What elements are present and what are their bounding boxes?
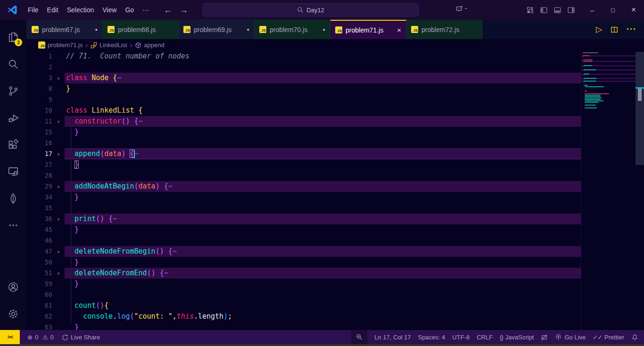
code-line-17[interactable]: 17› append(data) {⋯ (26, 148, 581, 159)
language-mode-button[interactable]: {}JavaScript (500, 334, 534, 341)
activity-run-debug[interactable] (0, 104, 26, 131)
code-line-63[interactable]: 63 } (26, 322, 581, 330)
fold-chevron-icon[interactable]: › (52, 116, 65, 127)
toggle-sidebar-icon[interactable] (540, 6, 548, 14)
activity-extensions[interactable] (0, 131, 26, 158)
fold-chevron-icon[interactable]: › (52, 214, 65, 224)
live-share-button[interactable]: Live Share (61, 334, 100, 341)
zoom-status-button[interactable] (351, 330, 367, 344)
tab-problem68-js[interactable]: JSproblem68.js (103, 20, 179, 39)
tab-problem70-js[interactable]: JSproblem70.js● (255, 20, 330, 39)
code-line-10[interactable]: 10class LinkedList { (26, 105, 581, 116)
minimap[interactable] (581, 51, 636, 330)
code-line-9[interactable]: 9 (26, 94, 581, 105)
toggle-panel-icon[interactable] (553, 6, 561, 14)
code-line-16[interactable]: 16 (26, 138, 581, 148)
indentation-button[interactable]: Spaces: 4 (418, 334, 445, 341)
activity-remote-explorer[interactable] (0, 158, 26, 185)
modified-dot-icon[interactable]: ● (247, 27, 249, 32)
menu-go[interactable]: Go (121, 4, 138, 16)
menu-more[interactable]: ··· (138, 4, 153, 16)
eol-button[interactable]: CRLF (477, 334, 493, 341)
activity-source-control[interactable] (0, 77, 26, 104)
code-line-61[interactable]: 61 count(){ (26, 300, 581, 311)
code-line-27[interactable]: 27 } (26, 159, 581, 170)
code-line-8[interactable]: 8} (26, 83, 581, 94)
tab-problem67-js[interactable]: JSproblem67.js● (27, 20, 103, 39)
code-line-1[interactable]: 1// 71. Count number of nodes (26, 51, 581, 62)
prettier-button[interactable]: ✓✓Prettier (593, 334, 624, 341)
tab-problem72-js[interactable]: JSproblem72.js (406, 20, 482, 39)
overview-ruler-handle[interactable] (638, 89, 642, 101)
code-line-50[interactable]: 50 } (26, 257, 581, 268)
history-back-button[interactable]: ← (164, 5, 172, 15)
command-center-search[interactable]: Day12 (203, 3, 419, 16)
history-forward-button[interactable]: → (180, 5, 188, 15)
line-number: 63 (26, 322, 52, 330)
activity-account[interactable] (0, 273, 26, 300)
code-line-62[interactable]: 62 console.log("count: ",this.length); (26, 311, 581, 322)
copilot-menu[interactable]: › (455, 4, 467, 13)
run-button[interactable]: ▷ (596, 25, 602, 34)
code-line-60[interactable]: 60 (26, 289, 581, 300)
menu-file[interactable]: File (24, 4, 43, 16)
fold-chevron-icon[interactable]: › (52, 181, 65, 192)
breadcrumb-item[interactable]: append (135, 41, 164, 49)
code-line-28[interactable]: 28 (26, 170, 581, 181)
editor-more-actions-button[interactable]: ··· (627, 25, 636, 34)
tab-problem69-js[interactable]: JSproblem69.js● (179, 20, 255, 39)
line-content (65, 138, 581, 148)
cursor-position-button[interactable]: Ln 17, Col 17 (374, 334, 411, 341)
code-line-3[interactable]: 3›class Node {⋯ (26, 73, 581, 83)
menu-selection[interactable]: Selection (63, 4, 99, 16)
code-line-2[interactable]: 2 (26, 62, 581, 73)
tab-close-icon[interactable]: × (397, 26, 401, 34)
go-live-button[interactable]: Go Live (555, 334, 586, 341)
fold-gutter (52, 83, 65, 94)
vertical-scrollbar[interactable] (636, 51, 644, 330)
menu-edit[interactable]: Edit (43, 4, 63, 16)
code-line-15[interactable]: 15 } (26, 127, 581, 138)
close-button[interactable]: × (623, 0, 644, 20)
fold-chevron-icon[interactable]: › (52, 73, 65, 83)
activity-mongodb[interactable] (0, 185, 26, 212)
copilot-disabled-button[interactable] (541, 334, 548, 341)
modified-dot-icon[interactable]: ● (95, 27, 98, 32)
line-content: deleteNodeFromBegin() {⋯ (65, 246, 581, 257)
code-line-34[interactable]: 34 } (26, 192, 581, 203)
maximize-button[interactable]: □ (603, 0, 623, 20)
customize-layout-icon[interactable] (526, 6, 534, 14)
code-line-29[interactable]: 29› addNodeAtBegin(data) {⋯ (26, 181, 581, 192)
code-line-51[interactable]: 51› deleteNodeFromEnd() {⋯ (26, 268, 581, 279)
problems-button[interactable]: ⊗0⚠0 (27, 334, 54, 341)
js-file-icon: JS (32, 26, 39, 33)
code-line-45[interactable]: 45 } (26, 224, 581, 235)
scrollbar-thumb[interactable] (636, 52, 644, 165)
code-line-46[interactable]: 46 (26, 235, 581, 246)
code-line-59[interactable]: 59 } (26, 279, 581, 289)
activity-search[interactable] (0, 50, 26, 77)
breadcrumb-item[interactable]: LinkedList (91, 41, 127, 49)
code-line-35[interactable]: 35 (26, 203, 581, 214)
minimize-button[interactable]: – (582, 0, 603, 20)
activity-more[interactable] (0, 212, 26, 239)
modified-dot-icon[interactable]: ● (323, 27, 325, 32)
remote-indicator-button[interactable]: >< (0, 330, 20, 344)
code-line-36[interactable]: 36› print() {⋯ (26, 214, 581, 224)
encoding-button[interactable]: UTF-8 (452, 334, 470, 341)
fold-chevron-icon[interactable]: › (52, 268, 65, 279)
toggle-secondary-sidebar-icon[interactable] (567, 6, 575, 14)
breadcrumb-item[interactable]: JSproblem71.js (38, 41, 83, 49)
split-editor-icon[interactable] (611, 26, 618, 33)
fold-chevron-icon[interactable]: › (52, 148, 65, 159)
code-editor[interactable]: 1// 71. Count number of nodes23›class No… (26, 51, 581, 330)
code-line-47[interactable]: 47› deleteNodeFromBegin() {⋯ (26, 246, 581, 257)
line-content: print() {⋯ (65, 214, 581, 224)
activity-settings-gear[interactable] (0, 300, 26, 327)
notifications-button[interactable] (631, 334, 638, 341)
tab-problem71-js[interactable]: JSproblem71.js× (330, 20, 406, 39)
fold-chevron-icon[interactable]: › (52, 246, 65, 257)
menu-view[interactable]: View (98, 4, 121, 16)
code-line-11[interactable]: 11› constructor() {⋯ (26, 116, 581, 127)
activity-explorer[interactable]: 3 (0, 24, 26, 50)
